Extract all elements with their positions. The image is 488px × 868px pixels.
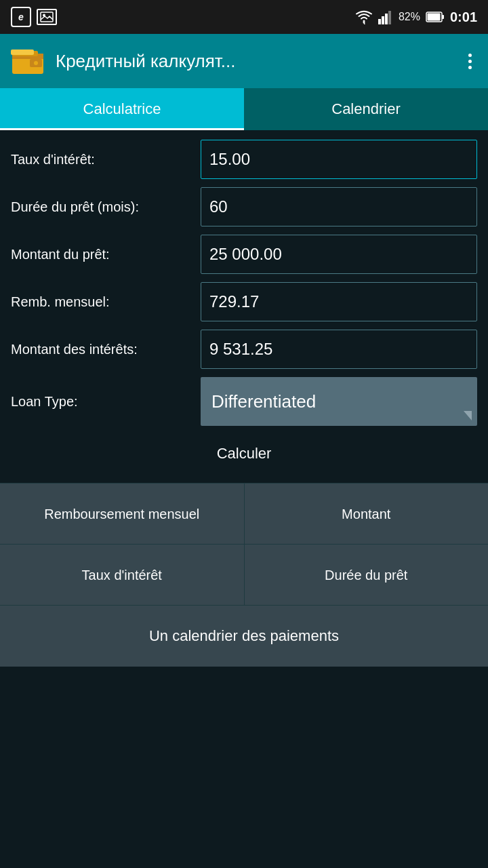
tab-calendrier[interactable]: Calendrier — [244, 88, 488, 130]
svg-rect-10 — [427, 14, 440, 21]
monthly-repayment-button[interactable]: Remboursement mensuel — [0, 484, 245, 544]
total-interest-input[interactable] — [201, 330, 477, 369]
btn-row-3: Un calendrier des paiements — [0, 606, 488, 667]
loan-type-select[interactable]: Differentiated Annuity — [201, 377, 477, 426]
interest-rate-input[interactable] — [201, 140, 477, 179]
loan-type-label: Loan Type: — [11, 393, 201, 410]
tab-calculatrice[interactable]: Calculatrice — [0, 88, 244, 130]
loan-amount-label: Montant du prêt: — [11, 245, 201, 263]
monthly-payment-input[interactable] — [201, 282, 477, 321]
svg-rect-6 — [385, 14, 388, 24]
loan-amount-input[interactable] — [201, 235, 477, 274]
svg-rect-0 — [41, 12, 53, 22]
interest-rate-button[interactable]: Taux d'intérêt — [0, 545, 245, 605]
payment-calendar-button[interactable]: Un calendrier des paiements — [0, 606, 488, 667]
bottom-button-grid: Remboursement mensuel Montant Taux d'int… — [0, 483, 488, 667]
monthly-payment-label: Remb. mensuel: — [11, 293, 201, 311]
status-bar: e 82% — [0, 0, 488, 34]
image-icon — [37, 9, 57, 25]
main-content: Taux d'intérêt: Durée du prêt (mois): Mo… — [0, 130, 488, 483]
svg-point-16 — [34, 61, 38, 65]
time-text: 0:01 — [450, 9, 477, 25]
total-interest-row: Montant des intérêts: — [0, 326, 488, 373]
total-interest-label: Montant des intérêts: — [11, 340, 201, 358]
loan-amount-row: Montant du prêt: — [0, 231, 488, 278]
duration-input[interactable] — [201, 187, 477, 226]
svg-rect-4 — [378, 19, 381, 24]
svg-rect-5 — [382, 16, 384, 24]
duration-label: Durée du prêt (mois): — [11, 198, 201, 216]
amount-button[interactable]: Montant — [245, 484, 489, 544]
duration-row: Durée du prêt (mois): — [0, 183, 488, 231]
calculer-button[interactable]: Calculer — [201, 439, 288, 468]
monthly-payment-row: Remb. mensuel: — [0, 278, 488, 326]
status-left-icons: e — [11, 7, 57, 27]
svg-point-3 — [363, 22, 365, 24]
loan-type-row: Loan Type: Differentiated Annuity — [0, 373, 488, 430]
menu-button[interactable] — [463, 48, 477, 75]
btn-row-1: Remboursement mensuel Montant — [0, 484, 488, 545]
wallet-icon — [11, 47, 45, 75]
status-right-icons: 82% 0:01 — [355, 9, 477, 25]
interest-rate-row: Taux d'intérêt: — [0, 136, 488, 183]
loan-duration-button[interactable]: Durée du prêt — [245, 545, 489, 605]
app-bar: Кредитный калкулят... — [0, 34, 488, 88]
signal-icon — [378, 9, 393, 24]
svg-rect-14 — [11, 50, 34, 55]
battery-text: 82% — [399, 11, 420, 23]
loan-type-wrapper: Differentiated Annuity — [201, 377, 477, 426]
tabs-bar: Calculatrice Calendrier — [0, 88, 488, 130]
svg-rect-7 — [388, 11, 391, 24]
battery-icon — [426, 11, 445, 23]
wifi-icon — [355, 9, 373, 24]
svg-rect-9 — [442, 15, 444, 19]
btn-row-2: Taux d'intérêt Durée du prêt — [0, 545, 488, 606]
app-title: Кредитный калкулят... — [56, 51, 452, 72]
calculer-row: Calculer — [0, 430, 488, 477]
interest-rate-label: Taux d'intérêt: — [11, 151, 201, 168]
e-icon: e — [11, 7, 31, 27]
